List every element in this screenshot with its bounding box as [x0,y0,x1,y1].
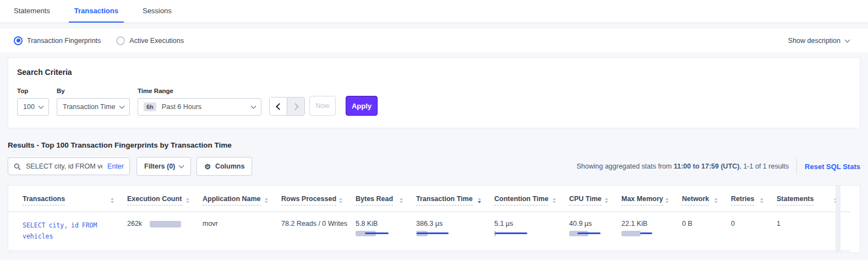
aggregated-stats-text: Showing aggregated stats from 11:00 to 1… [576,162,789,170]
results-table-card: Transactions Execution Count Application… [8,185,860,253]
time-range-value: Past 6 Hours [162,103,201,111]
top-tab-bar: Statements Transactions Sessions [0,0,868,23]
reset-sql-stats-link[interactable]: Reset SQL Stats [805,162,860,171]
transaction-fingerprint-link[interactable]: SELECT city, id FROM vehicles [23,220,116,242]
radio-selected-icon [14,36,23,45]
transaction-time-cell: 386.3 µs [416,220,494,237]
column-header-max-memory[interactable]: Max Memory [621,186,682,212]
previous-time-window-button[interactable] [270,98,287,115]
transaction-time-value: 386.3 µs [416,220,494,228]
search-icon [14,163,21,170]
retries-value: 0 [731,220,735,228]
time-window-nav [269,97,305,116]
scrollbar-track[interactable] [836,186,840,252]
stddev-bar [621,231,641,236]
column-header-execution-count[interactable]: Execution Count [127,186,203,212]
column-header-bytes-read[interactable]: Bytes Read [356,186,416,212]
radio-transaction-fingerprints[interactable]: Transaction Fingerprints [14,36,101,45]
max-memory-cell: 22.1 KiB [621,220,682,237]
column-header-network[interactable]: Network [682,186,731,212]
column-header-rows-processed[interactable]: Rows Processed [281,186,356,212]
table-header-row: Transactions Execution Count Application… [8,186,850,212]
sort-desc-icon[interactable] [478,198,481,203]
now-button[interactable]: Now [309,96,336,116]
mean-bar [417,232,449,234]
next-time-window-button[interactable] [287,98,304,115]
cpu-time-value: 40.9 µs [569,220,621,228]
search-criteria-card: Search Criteria Top 100 By Transaction T… [8,57,860,128]
radio-label: Transaction Fingerprints [27,37,101,45]
contention-time-value: 5.1 µs [494,220,569,228]
tab-statements[interactable]: Statements [8,0,56,23]
search-criteria-title: Search Criteria [17,68,851,77]
sort-icon[interactable] [339,198,342,203]
sort-icon[interactable] [111,198,114,203]
top-select[interactable]: 100 [17,98,49,116]
application-name-value: movr [203,220,218,228]
columns-button[interactable]: ⚙ Columns [196,157,252,176]
sort-icon[interactable] [400,198,403,203]
column-header-contention-time[interactable]: Contention Time [494,186,569,212]
gear-icon: ⚙ [204,163,211,170]
sort-icon[interactable] [605,198,608,203]
sort-icon[interactable] [553,198,556,203]
time-range-badge: 6h [144,102,156,111]
statements-value: 1 [777,220,780,228]
chevron-down-icon [39,104,44,109]
search-criteria-row: Top 100 By Transaction Time Time Range 6… [17,88,851,116]
column-header-transaction-time[interactable]: Transaction Time [416,186,494,212]
by-label: By [57,88,130,94]
radio-active-executions[interactable]: Active Executions [116,36,184,45]
show-description-toggle[interactable]: Show description [788,37,849,45]
filters-button[interactable]: Filters (0) [137,157,191,176]
execution-count-cell: 262k [127,220,203,228]
tab-transactions[interactable]: Transactions [69,0,124,23]
top-select-value: 100 [23,103,35,111]
column-header-retries[interactable]: Retries [731,186,777,212]
cpu-time-cell: 40.9 µs [569,220,621,237]
search-enter-button[interactable]: Enter [107,162,124,170]
sort-icon[interactable] [186,198,189,203]
top-label: Top [17,88,49,94]
time-range-field: Time Range 6h Past 6 Hours [138,88,261,116]
sort-icon[interactable] [265,198,268,203]
column-header-application-name[interactable]: Application Name [203,186,281,212]
results-controls-row: Enter Filters (0) ⚙ Columns Showing aggr… [8,157,860,176]
chevron-down-icon [119,104,125,109]
table-row: SELECT city, id FROM vehicles 262k movr … [8,212,850,251]
mean-bar [495,232,527,234]
sort-icon[interactable] [714,198,718,203]
show-description-label: Show description [788,37,840,45]
column-header-transactions[interactable]: Transactions [8,186,127,212]
by-field: By Transaction Time [57,88,130,116]
rows-processed-value: 78.2 Reads / 0 Writes [281,220,347,228]
time-range-select[interactable]: 6h Past 6 Hours [138,98,261,116]
execution-count-bar [150,221,181,228]
execution-count-value: 262k [127,220,142,228]
column-header-cpu-time[interactable]: CPU Time [569,186,621,212]
view-radio-group: Transaction Fingerprints Active Executio… [14,36,184,45]
vertical-divider [796,159,797,174]
sort-icon[interactable] [665,198,669,203]
tab-sessions[interactable]: Sessions [137,0,177,23]
apply-button[interactable]: Apply [346,96,378,116]
stats-area: Showing aggregated stats from 11:00 to 1… [576,159,860,174]
filters-label: Filters (0) [144,162,175,170]
statement-search-box[interactable]: Enter [8,158,130,175]
by-select-value: Transaction Time [63,103,115,111]
time-range-label: Time Range [138,88,261,94]
contention-time-cell: 5.1 µs [494,220,569,237]
top-field: Top 100 [17,88,49,116]
chevron-down-icon [251,104,256,109]
mean-bar [365,232,389,234]
by-select[interactable]: Transaction Time [57,98,130,116]
results-heading: Results - Top 100 Transaction Fingerprin… [8,141,860,149]
search-input[interactable] [25,162,103,171]
mean-bar [577,232,600,234]
radio-unselected-icon [116,36,125,45]
columns-label: Columns [215,162,244,170]
radio-label: Active Executions [129,37,184,45]
max-memory-value: 22.1 KiB [621,220,682,228]
chevron-down-icon [179,163,184,169]
sort-icon[interactable] [760,198,763,203]
